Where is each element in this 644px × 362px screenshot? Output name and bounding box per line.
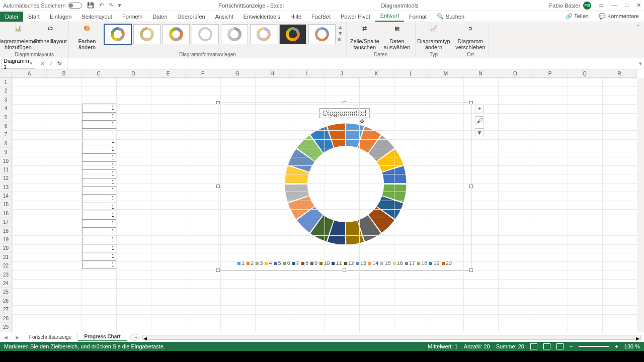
change-chart-type-button[interactable]: 📈Diagrammtyp ändern — [419, 23, 449, 50]
switch-rowcol-button[interactable]: ⇄Zeile/Spalte tauschen — [350, 23, 380, 50]
tab-data[interactable]: Daten — [147, 12, 172, 22]
formula-expand-icon[interactable]: ▾ — [637, 60, 644, 67]
sheet-nav-prev[interactable]: ◄ — [0, 334, 12, 340]
add-chart-element-button[interactable]: 📊Diagrammelement hinzufügen — [3, 23, 33, 50]
row-header-23[interactable]: 23 — [0, 270, 12, 279]
chart-style-7[interactable] — [279, 24, 306, 44]
change-colors-button[interactable]: 🎨Farben ändern — [72, 23, 102, 50]
tab-design[interactable]: Entwurf — [375, 11, 404, 22]
zoom-out-icon[interactable]: − — [570, 343, 573, 349]
redo-icon[interactable]: ↷ — [109, 2, 113, 9]
row-header-18[interactable]: 18 — [0, 227, 12, 235]
tab-factset[interactable]: FactSet — [306, 12, 336, 22]
view-pagelayout-icon[interactable] — [543, 343, 550, 349]
sheet-nav-next[interactable]: ► — [12, 334, 23, 340]
col-header-L[interactable]: L — [394, 69, 429, 77]
sheet-tab-1[interactable]: Fortschrittsanzeige — [23, 333, 78, 341]
col-header-M[interactable]: M — [429, 69, 463, 77]
chart-legend[interactable]: 1234567891011121314151617181920 — [218, 260, 471, 266]
col-header-G[interactable]: G — [220, 69, 255, 77]
zoom-in-icon[interactable]: + — [615, 343, 618, 349]
row-header-12[interactable]: 12 — [0, 174, 12, 183]
col-header-K[interactable]: K — [359, 69, 394, 77]
ribbon-options-icon[interactable]: ▭ — [598, 2, 603, 9]
search-input[interactable]: Suchen — [446, 14, 464, 20]
chart-style-2[interactable] — [133, 24, 160, 44]
row-header-2[interactable]: 2 — [0, 86, 12, 95]
cell-C11[interactable]: 1 — [82, 153, 117, 162]
row-header-26[interactable]: 26 — [0, 297, 12, 305]
horizontal-scrollbar[interactable]: ◄► — [142, 335, 641, 340]
cell-C21[interactable]: 1 — [82, 235, 117, 244]
cell-C9[interactable]: 1 — [82, 137, 117, 145]
cell-C10[interactable]: 1 — [82, 145, 117, 153]
cell-C16[interactable]: 1 — [82, 194, 117, 203]
tab-format[interactable]: Format — [404, 12, 432, 22]
row-header-13[interactable]: 13 — [0, 183, 12, 192]
col-header-A[interactable]: A — [12, 69, 47, 77]
tab-formulas[interactable]: Formeln — [117, 12, 147, 22]
row-header-22[interactable]: 22 — [0, 261, 12, 270]
row-header-1[interactable]: 1 — [0, 78, 12, 86]
save-icon[interactable]: 💾 — [87, 2, 94, 9]
tab-developer[interactable]: Entwicklertools — [238, 12, 285, 22]
cell-C5[interactable]: 1 — [82, 104, 117, 112]
row-header-17[interactable]: 17 — [0, 218, 12, 226]
share-button[interactable]: 🔗 Teilen — [560, 11, 594, 22]
cell-C14[interactable]: 1 — [82, 178, 117, 187]
row-header-24[interactable]: 24 — [0, 279, 12, 288]
row-header-3[interactable]: 3 — [0, 96, 12, 104]
row-header-27[interactable]: 27 — [0, 305, 12, 314]
col-header-N[interactable]: N — [463, 69, 498, 77]
add-sheet-button[interactable]: + — [130, 334, 139, 341]
select-all-corner[interactable] — [0, 69, 12, 78]
col-header-B[interactable]: B — [47, 69, 82, 77]
minimize-icon[interactable]: — — [611, 2, 617, 9]
row-header-21[interactable]: 21 — [0, 253, 12, 261]
col-header-O[interactable]: O — [498, 69, 533, 77]
cell-C20[interactable]: 1 — [82, 227, 117, 236]
row-header-6[interactable]: 6 — [0, 122, 12, 130]
col-header-P[interactable]: P — [533, 69, 568, 77]
maximize-icon[interactable]: □ — [625, 2, 628, 9]
chart-style-1[interactable] — [104, 24, 131, 44]
row-header-15[interactable]: 15 — [0, 200, 12, 209]
col-header-J[interactable]: J — [325, 69, 359, 77]
select-data-button[interactable]: ▦Daten auswählen — [382, 23, 412, 50]
tab-view[interactable]: Ansicht — [210, 12, 238, 22]
collapse-ribbon-icon[interactable]: ˄ — [633, 22, 644, 58]
tab-review[interactable]: Überprüfen — [173, 12, 210, 22]
quick-layout-button[interactable]: 🗂Schnelllayout — [35, 23, 65, 44]
tab-file[interactable]: Datei — [0, 12, 23, 22]
row-header-29[interactable]: 29 — [0, 323, 12, 331]
row-header-7[interactable]: 7 — [0, 130, 12, 139]
tab-help[interactable]: Hilfe — [285, 12, 306, 22]
undo-icon[interactable]: ↶ — [99, 2, 104, 9]
formula-bar[interactable] — [67, 59, 637, 69]
tab-pagelayout[interactable]: Seitenlayout — [76, 12, 117, 22]
cell-C15[interactable]: 1 — [82, 186, 117, 195]
tab-start[interactable]: Start — [23, 12, 45, 22]
cancel-formula-icon[interactable]: ✕ — [40, 60, 45, 67]
chart-style-3[interactable] — [163, 24, 190, 44]
chart-filter-button[interactable]: ▼ — [475, 128, 484, 137]
tab-insert[interactable]: Einfügen — [45, 12, 76, 22]
row-header-14[interactable]: 14 — [0, 192, 12, 200]
row-header-8[interactable]: 8 — [0, 139, 12, 148]
chart-object[interactable]: Diagrammtitel ✥ 123456789101112131415161… — [218, 103, 471, 270]
cell-C17[interactable]: 1 — [82, 203, 117, 211]
comments-button[interactable]: 💬 Kommentare — [594, 11, 644, 22]
autosave-toggle[interactable] — [68, 3, 82, 9]
view-pagebreak-icon[interactable] — [556, 343, 564, 349]
row-header-25[interactable]: 25 — [0, 288, 12, 296]
move-chart-button[interactable]: ➲Diagramm verschieben — [455, 23, 486, 50]
tab-powerpivot[interactable]: Power Pivot — [336, 12, 375, 22]
col-header-F[interactable]: F — [186, 69, 220, 77]
view-normal-icon[interactable] — [530, 343, 537, 349]
cell-C8[interactable]: 1 — [82, 128, 117, 137]
col-header-R[interactable]: R — [602, 69, 637, 77]
donut-chart[interactable] — [284, 122, 408, 246]
chart-style-4[interactable] — [192, 24, 219, 44]
sheet-tab-2[interactable]: Progress Chart — [78, 333, 127, 341]
chart-style-6[interactable] — [250, 24, 277, 44]
